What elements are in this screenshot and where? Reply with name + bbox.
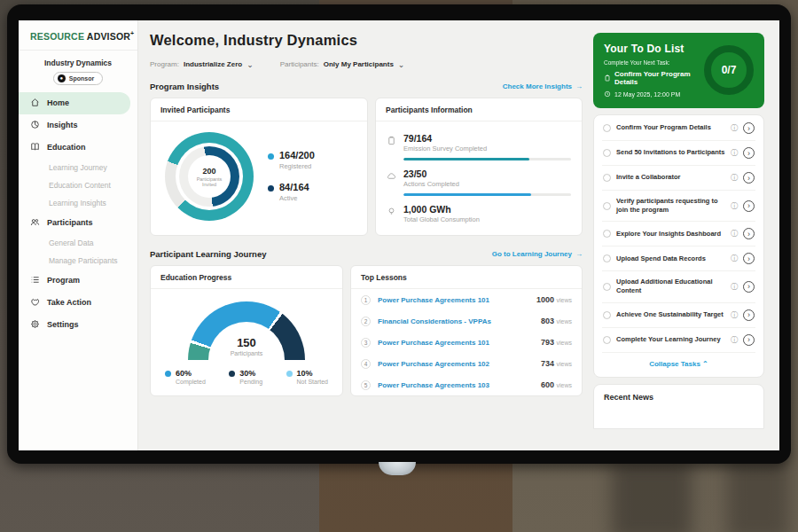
sidebar-item-education-content[interactable]: Education Content — [19, 176, 137, 194]
lesson-row[interactable]: 5 Power Purchase Agreements 103 600 view… — [351, 374, 582, 395]
lesson-link[interactable]: Financial Considerations - VPPAs — [378, 317, 534, 325]
todo-progress-value: 0/7 — [722, 64, 737, 76]
arrow-right-icon: → — [575, 250, 583, 258]
task-checkbox[interactable] — [603, 254, 611, 262]
program-filter[interactable]: Program: Industrialize Zero ⌄ — [150, 60, 254, 68]
task-label: Achieve One Sustainability Target — [616, 310, 725, 319]
chevron-down-icon: ⌄ — [398, 63, 405, 66]
task-row-upload-educational-content[interactable]: Upload Additional Educational Content ⓘ … — [602, 271, 755, 302]
chevron-right-icon[interactable]: › — [743, 228, 755, 239]
sidebar-item-take-action[interactable]: Take Action — [19, 292, 137, 314]
lesson-row[interactable]: 3 Power Purchase Agreements 101 793 view… — [351, 332, 582, 353]
sidebar-item-settings[interactable]: Settings — [19, 314, 137, 336]
card-title: Participants Information — [376, 98, 582, 121]
task-row-explore-insights[interactable]: Explore Your Insights Dashboard ⓘ › — [602, 222, 755, 246]
todo-summary-card[interactable]: Your To Do List Complete Your Next Task:… — [593, 33, 764, 108]
task-row-invite-collaborator[interactable]: Invite a Collaborator ⓘ › — [602, 166, 755, 191]
sidebar-item-home[interactable]: Home — [19, 92, 130, 114]
lesson-link[interactable]: Power Purchase Agreements 103 — [378, 381, 534, 389]
stat-label: Emission Survey Completed — [403, 145, 571, 153]
chevron-right-icon[interactable]: › — [743, 309, 755, 321]
organization-name: Industry Dynamics — [19, 59, 137, 67]
sidebar-item-insights[interactable]: Insights — [19, 114, 137, 137]
donut-center-value: 200 — [202, 167, 215, 176]
info-icon: ⓘ — [731, 310, 738, 320]
program-filter-label: Program: — [150, 60, 179, 68]
legend-dot — [165, 371, 171, 377]
take-action-icon — [30, 297, 40, 309]
chevron-right-icon[interactable]: › — [743, 281, 755, 293]
lesson-row[interactable]: 1 Power Purchase Agreements 101 1000 vie… — [351, 289, 582, 310]
lesson-link[interactable]: Power Purchase Agreements 102 — [378, 360, 534, 368]
chevron-right-icon[interactable]: › — [743, 122, 755, 134]
sidebar-item-program[interactable]: Program — [19, 270, 137, 292]
task-checkbox[interactable] — [603, 311, 611, 319]
todo-progress-ring: 0/7 — [704, 45, 754, 95]
lesson-row[interactable]: 2 Financial Considerations - VPPAs 803 v… — [351, 310, 582, 332]
lesson-link[interactable]: Power Purchase Agreements 101 — [378, 339, 534, 347]
program-filter-value: Industrialize Zero — [184, 60, 242, 68]
arrow-right-icon: → — [575, 82, 583, 90]
rank-badge: 2 — [361, 317, 371, 326]
lesson-link[interactable]: Power Purchase Agreements 101 — [378, 296, 529, 304]
task-row-achieve-target[interactable]: Achieve One Sustainability Target ⓘ › — [602, 303, 755, 328]
donut-legend: 164/200 Registered 84/164 Active — [268, 151, 315, 202]
legend-dot — [268, 153, 274, 160]
sidebar-item-learning-journey[interactable]: Learning Journey — [19, 159, 137, 176]
go-to-learning-journey-link[interactable]: Go to Learning Journey → — [492, 250, 583, 258]
chevron-right-icon[interactable]: › — [743, 147, 755, 159]
task-row-upload-spend-data[interactable]: Upload Spend Data Records ⓘ › — [602, 246, 755, 271]
sidebar-item-participants[interactable]: Participants — [19, 212, 137, 234]
stat-label: Actions Completed — [403, 180, 571, 188]
legend-dot — [268, 185, 274, 192]
app-logo: RESOURCE ADVISOR+ — [19, 20, 137, 51]
check-more-insights-link[interactable]: Check More Insights → — [503, 82, 583, 90]
sidebar-item-learning-insights[interactable]: Learning Insights — [19, 194, 137, 212]
task-checkbox[interactable] — [603, 202, 611, 210]
top-lessons-card: Top Lessons 1 Power Purchase Agreements … — [350, 265, 583, 396]
participants-filter[interactable]: Participants: Only My Participants ⌄ — [280, 60, 405, 68]
gauge-center-value: 150 — [208, 336, 285, 349]
sidebar-item-general-data[interactable]: General Data — [19, 234, 137, 252]
task-row-send-invitations[interactable]: Send 50 Invitations to Participants ⓘ › — [602, 141, 755, 166]
photo-background: RESOURCE ADVISOR+ Industry Dynamics ● Sp… — [0, 0, 798, 532]
legend-item-active: 84/164 Active — [268, 183, 315, 202]
sidebar-item-manage-participants[interactable]: Manage Participants — [19, 252, 137, 270]
legend-item-completed: 60% Completed — [165, 369, 206, 385]
donut-gap: 200 Participants Invited — [176, 143, 243, 210]
views-suffix: views — [556, 361, 572, 367]
gear-icon — [30, 319, 40, 331]
task-checkbox[interactable] — [603, 336, 611, 344]
chevron-right-icon[interactable]: › — [743, 200, 755, 212]
chevron-right-icon[interactable]: › — [743, 172, 755, 184]
legend-item-pending: 30% Pending — [229, 369, 262, 385]
link-label: Go to Learning Journey — [492, 250, 572, 258]
task-label: Send 50 Invitations to Participants — [616, 148, 725, 157]
cloud-icon — [387, 171, 396, 181]
views-suffix: views — [556, 340, 572, 346]
task-row-complete-learning-journey[interactable]: Complete Your Learning Journey ⓘ › — [602, 328, 755, 353]
sidebar-item-label: Education — [47, 143, 86, 152]
top-lessons-list: 1 Power Purchase Agreements 101 1000 vie… — [351, 289, 582, 395]
sponsor-badge-icon: ● — [58, 74, 66, 82]
task-checkbox[interactable] — [603, 230, 611, 238]
legend-label: Pending — [239, 379, 262, 385]
task-checkbox[interactable] — [603, 149, 611, 157]
collapse-tasks-link[interactable]: Collapse Tasks ⌃ — [602, 353, 755, 376]
lesson-row[interactable]: 4 Power Purchase Agreements 102 734 view… — [351, 353, 582, 374]
participants-filter-label: Participants: — [280, 60, 319, 68]
task-checkbox[interactable] — [603, 124, 611, 132]
gauge-center-label: Participants — [208, 350, 285, 356]
todo-due-date: 12 May 2025, 12:00 PM — [614, 91, 680, 98]
legend-value: 84/164 — [279, 183, 309, 192]
chevron-right-icon[interactable]: › — [743, 334, 755, 346]
views-count: 734 — [541, 359, 554, 368]
task-checkbox[interactable] — [603, 283, 611, 291]
sidebar-item-education[interactable]: Education — [19, 137, 137, 159]
task-row-verify-participants[interactable]: Verify participants requesting to join t… — [602, 191, 755, 222]
task-checkbox[interactable] — [603, 174, 611, 182]
program-insights-header: Program Insights Check More Insights → — [150, 82, 583, 91]
sidebar-item-label: Insights — [47, 121, 78, 129]
task-row-confirm-program[interactable]: Confirm Your Program Details ⓘ › — [602, 116, 755, 141]
chevron-right-icon[interactable]: › — [743, 253, 755, 264]
